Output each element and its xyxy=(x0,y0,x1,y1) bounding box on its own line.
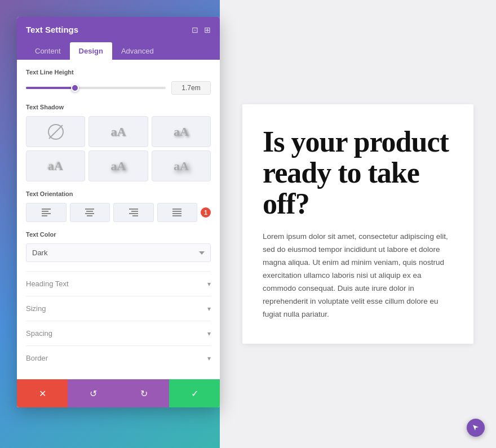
collapsible-border[interactable]: Border ▾ xyxy=(26,345,211,370)
svg-rect-4 xyxy=(85,209,94,210)
svg-rect-11 xyxy=(132,215,138,216)
text-line-height-row: 1.7em xyxy=(26,81,211,95)
text-orientation-label: Text Orientation xyxy=(26,190,211,197)
svg-rect-8 xyxy=(129,209,138,210)
svg-rect-7 xyxy=(87,215,92,216)
floating-cursor-icon xyxy=(467,419,485,437)
spacing-label: Spacing xyxy=(26,329,52,338)
main-layout: Text Settings ⊡ ⊞ Content Design Advance… xyxy=(0,0,496,448)
text-color-row: Light Dark xyxy=(26,243,211,262)
svg-rect-15 xyxy=(172,215,181,216)
panel-footer: ✕ ↺ ↻ ✓ xyxy=(17,379,220,407)
right-content: Is your product ready to take off? Lorem… xyxy=(220,0,496,448)
collapsible-sizing[interactable]: Sizing ▾ xyxy=(26,296,211,321)
cancel-button[interactable]: ✕ xyxy=(17,379,68,407)
shadow-option-none[interactable] xyxy=(26,116,85,147)
undo-button[interactable]: ↺ xyxy=(68,379,118,407)
collapsible-heading-text[interactable]: Heading Text ▾ xyxy=(26,271,211,296)
chevron-down-icon-sizing: ▾ xyxy=(207,305,211,313)
svg-rect-5 xyxy=(86,211,93,212)
cursor-svg xyxy=(472,424,480,432)
shadow-preview-2: aA xyxy=(174,125,189,139)
hero-body: Lorem ipsum dolor sit amet, consectetur … xyxy=(263,230,453,321)
text-line-height-label: Text Line Height xyxy=(26,69,211,76)
notification-badge: 1 xyxy=(201,207,211,218)
shadow-option-1[interactable]: aA xyxy=(88,116,148,147)
svg-rect-3 xyxy=(42,215,47,216)
svg-rect-6 xyxy=(85,213,94,214)
no-shadow-icon xyxy=(48,124,64,140)
shadow-option-3[interactable]: aA xyxy=(26,150,85,181)
shadow-option-5[interactable]: aA xyxy=(152,150,211,181)
panel-header: Text Settings ⊡ ⊞ xyxy=(17,17,220,42)
svg-rect-14 xyxy=(172,213,181,214)
tab-content[interactable]: Content xyxy=(26,42,70,60)
shadow-preview-1: aA xyxy=(111,125,126,139)
orient-right[interactable] xyxy=(113,203,154,222)
shadow-preview-4: aA xyxy=(111,159,126,174)
svg-rect-12 xyxy=(172,209,181,210)
hero-heading: Is your product ready to take off? xyxy=(263,127,453,219)
collapsible-spacing[interactable]: Spacing ▾ xyxy=(26,321,211,345)
shadow-preview-3: aA xyxy=(48,159,63,174)
border-label: Border xyxy=(26,354,48,362)
chevron-down-icon-border: ▾ xyxy=(207,354,211,362)
svg-rect-2 xyxy=(42,213,51,214)
svg-rect-13 xyxy=(172,211,181,212)
shadow-option-4[interactable]: aA xyxy=(88,150,148,181)
content-card: Is your product ready to take off? Lorem… xyxy=(242,104,473,343)
svg-rect-9 xyxy=(131,211,138,212)
svg-rect-1 xyxy=(42,211,48,212)
tab-advanced[interactable]: Advanced xyxy=(112,42,163,60)
left-panel: Text Settings ⊡ ⊞ Content Design Advance… xyxy=(0,0,220,448)
align-center-icon xyxy=(85,209,94,216)
panel-title: Text Settings xyxy=(26,25,78,34)
align-justify-icon xyxy=(172,209,181,216)
shadow-grid: aA aA aA aA aA xyxy=(26,116,211,181)
orientation-row: 1 xyxy=(26,203,211,222)
svg-rect-0 xyxy=(42,209,51,210)
shadow-option-2[interactable]: aA xyxy=(152,116,211,147)
align-right-icon xyxy=(129,209,138,216)
orient-left[interactable] xyxy=(26,203,67,222)
confirm-button[interactable]: ✓ xyxy=(169,379,220,407)
tab-design[interactable]: Design xyxy=(70,42,112,60)
layout-icon[interactable]: ⊞ xyxy=(204,25,211,34)
heading-text-label: Heading Text xyxy=(26,280,69,288)
panel-tabs: Content Design Advanced xyxy=(17,42,220,60)
shadow-preview-5: aA xyxy=(174,159,189,174)
chevron-down-icon-heading: ▾ xyxy=(207,280,211,288)
text-color-label: Text Color xyxy=(26,231,211,238)
slider-value: 1.7em xyxy=(171,81,211,95)
redo-button[interactable]: ↻ xyxy=(118,379,169,407)
orient-center[interactable] xyxy=(70,203,110,222)
panel-body: Text Line Height 1.7em Text Shadow xyxy=(17,60,220,379)
slider-fill xyxy=(26,87,75,89)
chevron-down-icon-spacing: ▾ xyxy=(207,330,211,338)
panel-header-icons: ⊡ ⊞ xyxy=(192,25,211,34)
orient-justify[interactable] xyxy=(157,203,198,222)
svg-rect-10 xyxy=(129,213,138,214)
slider-track[interactable] xyxy=(26,87,166,89)
settings-panel: Text Settings ⊡ ⊞ Content Design Advance… xyxy=(17,17,220,407)
text-color-select[interactable]: Light Dark xyxy=(26,243,211,262)
text-shadow-label: Text Shadow xyxy=(26,104,211,110)
slider-thumb[interactable] xyxy=(71,84,79,92)
sizing-label: Sizing xyxy=(26,304,46,313)
align-left-icon xyxy=(42,209,51,216)
expand-icon[interactable]: ⊡ xyxy=(192,25,198,34)
